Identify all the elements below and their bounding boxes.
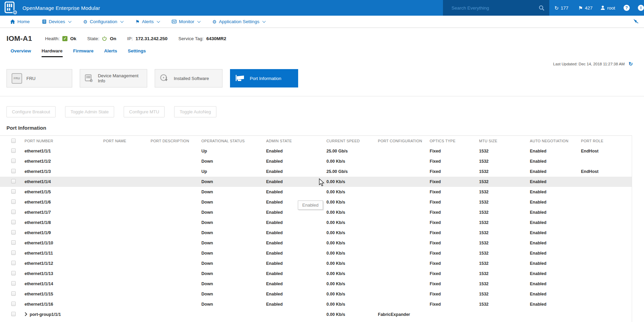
row-checkbox[interactable] xyxy=(11,261,16,265)
current-speed: 0.00 Kb/s xyxy=(326,220,378,225)
operational-status: Down xyxy=(201,220,266,225)
port-number: ethernet1/1/5 xyxy=(25,190,51,194)
table-row[interactable]: ethernet1/1/12 Down Enabled 0.00 Kb/s Fi… xyxy=(0,258,632,269)
refresh-icon[interactable]: ↻ xyxy=(628,61,633,67)
table-row[interactable]: ethernet1/1/14 Down Enabled 0.00 Kb/s Fi… xyxy=(0,279,632,289)
search-icon[interactable] xyxy=(539,5,545,11)
tab-settings[interactable]: Settings xyxy=(128,48,146,57)
row-checkbox[interactable] xyxy=(11,251,16,255)
row-checkbox[interactable] xyxy=(11,291,16,296)
table-row[interactable]: ethernet1/1/10 Down Enabled 0.00 Kb/s Fi… xyxy=(0,238,632,248)
mtu-size: 1532 xyxy=(479,179,530,184)
tab-alerts[interactable]: Alerts xyxy=(104,48,117,57)
table-row[interactable]: ethernet1/1/9 Down Enabled 0.00 Kb/s Fix… xyxy=(0,228,632,238)
optics-type: Fixed xyxy=(430,169,479,174)
home-icon xyxy=(10,19,15,24)
col-optics-type[interactable]: OPTICS TYPE xyxy=(430,139,479,143)
help-button[interactable]: ? xyxy=(624,0,630,16)
auto-negotiation: Enabled xyxy=(530,292,581,296)
row-checkbox[interactable] xyxy=(11,271,16,275)
row-checkbox[interactable] xyxy=(11,189,16,194)
row-checkbox[interactable] xyxy=(11,240,16,245)
auto-negotiation: Enabled xyxy=(530,230,581,235)
state-label: State: xyxy=(87,36,99,41)
select-all-checkbox[interactable] xyxy=(11,139,16,143)
search-input[interactable] xyxy=(451,5,539,11)
row-checkbox[interactable] xyxy=(11,179,16,183)
card-device-management-info[interactable]: ⚙ Device Management Info xyxy=(80,69,147,87)
operational-status: Down xyxy=(201,200,266,205)
table-row[interactable]: port-group1/1/2 0.00 Kb/s FabricExpander xyxy=(0,320,632,322)
operational-status: Down xyxy=(201,271,266,276)
table-row[interactable]: ethernet1/1/4 Down Enabled 0.00 Kb/s Fix… xyxy=(0,177,632,187)
nav-item-home[interactable]: Home xyxy=(10,19,30,24)
last-updated-row: Last Updated: Dec 14, 2018 11:27:38 AM ↻ xyxy=(0,61,644,67)
operational-status: Down xyxy=(201,230,266,235)
nav-item-monitor[interactable]: Monitor xyxy=(172,19,200,24)
configure-breakout-button[interactable]: Configure Breakout xyxy=(6,106,56,117)
col-current-speed[interactable]: CURRENT SPEED xyxy=(326,139,378,143)
card-fru[interactable]: FRU FRU xyxy=(6,69,72,87)
tab-overview[interactable]: Overview xyxy=(11,48,31,57)
nav-label: Application Settings xyxy=(219,19,260,24)
row-checkbox[interactable] xyxy=(11,148,16,153)
row-checkbox[interactable] xyxy=(11,169,16,173)
row-checkbox[interactable] xyxy=(11,281,16,286)
table-row[interactable]: port-group1/1/1 0.00 Kb/s FabricExpander xyxy=(0,309,632,320)
row-checkbox[interactable] xyxy=(11,220,16,224)
col-port-description[interactable]: PORT DESCRIPTION xyxy=(151,139,201,143)
table-row[interactable]: ethernet1/1/15 Down Enabled 0.00 Kb/s Fi… xyxy=(0,289,632,299)
row-checkbox[interactable] xyxy=(11,199,16,204)
col-port-configuration[interactable]: PORT CONFIGURATION xyxy=(378,139,430,143)
table-header: PORT NUMBER PORT NAME PORT DESCRIPTION O… xyxy=(0,136,632,146)
admin-state: Enabled xyxy=(266,292,326,296)
tab-hardware[interactable]: Hardware xyxy=(42,48,63,57)
tab-firmware[interactable]: Firmware xyxy=(73,48,94,57)
table-row[interactable]: ethernet1/1/2 Down Enabled 0.00 Kb/s Fix… xyxy=(0,156,632,166)
table-row[interactable]: ethernet1/1/1 Up Enabled 25.00 Gb/s Fixe… xyxy=(0,146,632,156)
table-row[interactable]: ethernet1/1/13 Down Enabled 0.00 Kb/s Fi… xyxy=(0,269,632,279)
col-mtu-size[interactable]: MTU SIZE xyxy=(479,139,530,143)
jobs-count: 177 xyxy=(561,5,569,11)
expand-chevron-icon[interactable] xyxy=(25,312,27,316)
user-menu[interactable]: root xyxy=(600,0,615,16)
table-row[interactable]: ethernet1/1/3 Up Enabled 25.00 Gb/s Fixe… xyxy=(0,166,632,177)
col-auto-negotiation[interactable]: AUTO NEGOTIATION xyxy=(530,139,581,143)
col-port-name[interactable]: PORT NAME xyxy=(103,139,151,143)
col-port-number[interactable]: PORT NUMBER xyxy=(25,139,103,143)
row-checkbox[interactable] xyxy=(11,302,16,306)
table-row[interactable]: ethernet1/1/11 Down Enabled 0.00 Kb/s Fi… xyxy=(0,248,632,258)
card-port-information[interactable]: Port Information xyxy=(230,69,298,87)
device-header: IOM-A1 Health: ✓ Ok State: On IP: 172.31… xyxy=(0,28,644,43)
row-checkbox[interactable] xyxy=(11,159,16,163)
row-checkbox[interactable] xyxy=(11,230,16,235)
col-operational-status[interactable]: OPERATIONAL STATUS xyxy=(201,139,266,143)
chevron-down-icon xyxy=(197,19,201,23)
col-admin-state[interactable]: ADMIN STATE xyxy=(266,139,326,143)
pin-navigation-icon[interactable] xyxy=(633,19,639,25)
card-installed-software[interactable]: Installed Software xyxy=(155,69,223,87)
configure-mtu-button[interactable]: Configure MTU xyxy=(124,106,165,117)
table-row[interactable]: ethernet1/1/8 Down Enabled 0.00 Kb/s Fix… xyxy=(0,218,632,228)
operational-status: Down xyxy=(201,281,266,286)
jobs-indicator[interactable]: ↻ 177 xyxy=(554,0,568,16)
openmanage-logo-icon[interactable]: ⚙ xyxy=(4,1,17,14)
global-search[interactable] xyxy=(443,0,549,16)
table-row[interactable]: ethernet1/1/5 Down Enabled 0.00 Kb/s Fix… xyxy=(0,187,632,197)
nav-item-devices[interactable]: Devices xyxy=(42,19,71,24)
col-port-role[interactable]: PORT ROLE xyxy=(581,139,632,143)
nav-item-configuration[interactable]: ⚙ Configuration xyxy=(83,19,123,24)
nav-item-application-settings[interactable]: ⚙ Application Settings xyxy=(212,19,265,24)
row-checkbox[interactable] xyxy=(11,210,16,214)
toggle-admin-state-button[interactable]: Toggle Admin State xyxy=(65,106,114,117)
row-checkbox[interactable] xyxy=(11,312,16,316)
nav-item-alerts[interactable]: ⚑ Alerts xyxy=(135,19,159,24)
health-label: Health: xyxy=(45,36,60,41)
info-button[interactable]: i xyxy=(638,0,644,16)
port-number: ethernet1/1/14 xyxy=(25,281,53,286)
toggle-autoneg-button[interactable]: Toggle AutoNeg xyxy=(174,106,216,117)
service-tag-label: Service Tag: xyxy=(179,36,204,41)
current-speed: 0.00 Kb/s xyxy=(326,251,378,256)
alerts-indicator[interactable]: ⚑ 427 xyxy=(578,0,593,16)
table-row[interactable]: ethernet1/1/16 Down Enabled 0.00 Kb/s Fi… xyxy=(0,299,632,309)
